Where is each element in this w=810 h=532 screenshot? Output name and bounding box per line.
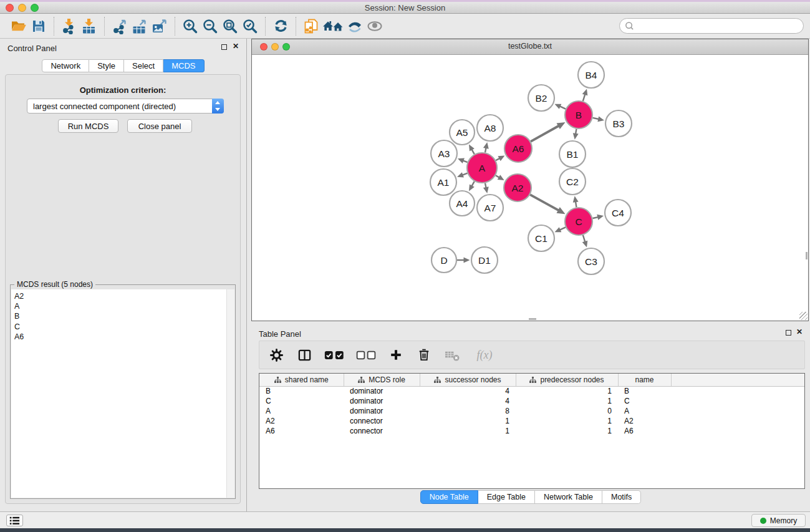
table-row[interactable]: Adominator80A bbox=[259, 406, 804, 416]
table-cell[interactable]: 1 bbox=[516, 396, 618, 406]
add-column-button[interactable] bbox=[387, 345, 405, 365]
close-panel-icon[interactable]: ✕ bbox=[233, 42, 239, 51]
zoom-fit-button[interactable] bbox=[220, 16, 240, 36]
tab-edge-table[interactable]: Edge Table bbox=[478, 490, 535, 504]
close-panel-icon[interactable]: ✕ bbox=[796, 327, 803, 336]
delete-table-button[interactable] bbox=[443, 345, 461, 365]
mcds-result-item[interactable]: A6 bbox=[14, 332, 234, 342]
delete-column-button[interactable] bbox=[415, 345, 433, 365]
float-panel-icon[interactable] bbox=[786, 330, 791, 336]
mcds-result-item[interactable]: C bbox=[14, 322, 234, 332]
control-panel-header: Control Panel ✕ bbox=[0, 39, 246, 56]
table-cell[interactable]: A6 bbox=[259, 426, 344, 436]
window-titlebar[interactable]: Session: New Session bbox=[0, 2, 810, 14]
show-details-button[interactable] bbox=[365, 16, 385, 36]
network-window-titlebar[interactable]: testGlobe.txt bbox=[252, 39, 808, 55]
deselect-all-button[interactable] bbox=[355, 345, 377, 365]
table-cell[interactable]: 1 bbox=[420, 426, 516, 436]
mcds-result-item[interactable]: A bbox=[14, 301, 234, 311]
column-header-shared-name[interactable]: shared name bbox=[259, 374, 344, 386]
vertical-scroll-indicator[interactable] bbox=[806, 252, 808, 259]
graph-edge-arrowhead bbox=[582, 89, 588, 95]
table-row[interactable]: A6connector11A6 bbox=[259, 426, 804, 436]
table-cell[interactable]: C bbox=[618, 396, 671, 406]
table-cell[interactable]: 4 bbox=[420, 386, 516, 396]
function-builder-button[interactable]: f(x) bbox=[471, 345, 498, 365]
open-session-button[interactable] bbox=[9, 16, 29, 36]
optimization-criterion-label: Optimization criterion: bbox=[6, 85, 240, 95]
tab-node-table[interactable]: Node Table bbox=[420, 490, 478, 504]
mcds-result-item[interactable]: B bbox=[14, 311, 234, 321]
column-header-name[interactable]: name bbox=[618, 374, 671, 386]
memory-button[interactable]: Memory bbox=[751, 514, 806, 527]
tab-motifs[interactable]: Motifs bbox=[602, 490, 641, 504]
table-cell[interactable]: B bbox=[618, 386, 671, 396]
resize-grip[interactable] bbox=[799, 312, 808, 320]
task-history-button[interactable] bbox=[6, 515, 23, 526]
column-header-MCDS-role[interactable]: MCDS role bbox=[344, 374, 420, 386]
table-cell[interactable]: A2 bbox=[618, 416, 671, 426]
table-cell[interactable]: connector bbox=[344, 426, 420, 436]
refresh-button[interactable] bbox=[271, 16, 291, 36]
table-cell[interactable]: 1 bbox=[516, 426, 618, 436]
run-mcds-button[interactable]: Run MCDS bbox=[58, 119, 118, 133]
tab-select[interactable]: Select bbox=[124, 59, 163, 72]
mcds-result-item[interactable]: A2 bbox=[14, 291, 234, 301]
scrollbar-track[interactable] bbox=[226, 289, 234, 498]
zoom-in-button[interactable] bbox=[180, 16, 200, 36]
clone-network-button[interactable] bbox=[301, 16, 321, 36]
hide-details-button[interactable] bbox=[345, 16, 365, 36]
table-settings-button[interactable] bbox=[267, 345, 286, 365]
save-session-button[interactable] bbox=[29, 16, 49, 36]
tab-network-table[interactable]: Network Table bbox=[535, 490, 602, 504]
search-input[interactable] bbox=[634, 22, 798, 31]
table-row[interactable]: Bdominator41B bbox=[259, 386, 804, 396]
optimization-criterion-select[interactable]: largest connected component (directed) bbox=[27, 99, 224, 114]
import-network-button[interactable] bbox=[59, 16, 79, 36]
table-row[interactable]: Cdominator41C bbox=[259, 396, 804, 406]
tab-style[interactable]: Style bbox=[89, 59, 124, 72]
graph-edge-A2-C[interactable] bbox=[530, 195, 559, 211]
export-image-button[interactable] bbox=[150, 16, 170, 36]
tab-network[interactable]: Network bbox=[42, 59, 89, 72]
table-cell[interactable]: 0 bbox=[516, 406, 618, 416]
table-cell[interactable]: connector bbox=[344, 416, 420, 426]
export-network-button[interactable] bbox=[110, 16, 130, 36]
table-cell[interactable]: dominator bbox=[344, 386, 420, 396]
column-header-predecessor-nodes[interactable]: predecessor nodes bbox=[516, 374, 618, 386]
network-canvas[interactable]: B4B2BB3A5A8A6A3B1AA1C2A2A4A7C4CC1C3DD1 bbox=[252, 55, 808, 321]
zoom-out-button[interactable] bbox=[200, 16, 220, 36]
table-cell[interactable]: A6 bbox=[618, 426, 671, 436]
column-header-label: predecessor nodes bbox=[540, 375, 604, 384]
table-cell[interactable]: A bbox=[259, 406, 344, 416]
memory-label: Memory bbox=[770, 516, 797, 525]
table-cell-filler bbox=[671, 396, 804, 406]
mcds-result-title: MCDS result (5 nodes) bbox=[14, 280, 95, 289]
select-all-button[interactable] bbox=[323, 345, 345, 365]
table-cell[interactable]: A2 bbox=[259, 416, 344, 426]
table-cell[interactable]: 1 bbox=[420, 416, 516, 426]
tab-mcds[interactable]: MCDS bbox=[163, 59, 204, 72]
export-table-button[interactable] bbox=[130, 16, 150, 36]
close-panel-button[interactable]: Close panel bbox=[127, 119, 192, 133]
table-cell[interactable]: C bbox=[259, 396, 344, 406]
table-cell[interactable]: 4 bbox=[420, 396, 516, 406]
column-header-successor-nodes[interactable]: successor nodes bbox=[420, 374, 516, 386]
table-cell[interactable]: dominator bbox=[344, 406, 420, 416]
table-cell[interactable]: 1 bbox=[516, 416, 618, 426]
table-cell[interactable]: dominator bbox=[344, 396, 420, 406]
home-button[interactable] bbox=[321, 16, 345, 36]
table-cell[interactable]: B bbox=[259, 386, 344, 396]
search-field[interactable] bbox=[619, 18, 804, 34]
table-cell[interactable]: 8 bbox=[420, 406, 516, 416]
graph-edge-A6-B[interactable] bbox=[531, 125, 559, 142]
table-cell[interactable]: A bbox=[618, 406, 671, 416]
horizontal-scroll-indicator[interactable] bbox=[529, 318, 536, 320]
zoom-selected-button[interactable] bbox=[240, 16, 260, 36]
float-panel-icon[interactable] bbox=[221, 44, 227, 50]
table-row[interactable]: A2connector11A2 bbox=[259, 416, 804, 426]
import-table-button[interactable] bbox=[79, 16, 99, 36]
table-cell[interactable]: 1 bbox=[516, 386, 618, 396]
split-view-button[interactable] bbox=[295, 345, 314, 365]
table-cell-filler bbox=[671, 406, 804, 416]
